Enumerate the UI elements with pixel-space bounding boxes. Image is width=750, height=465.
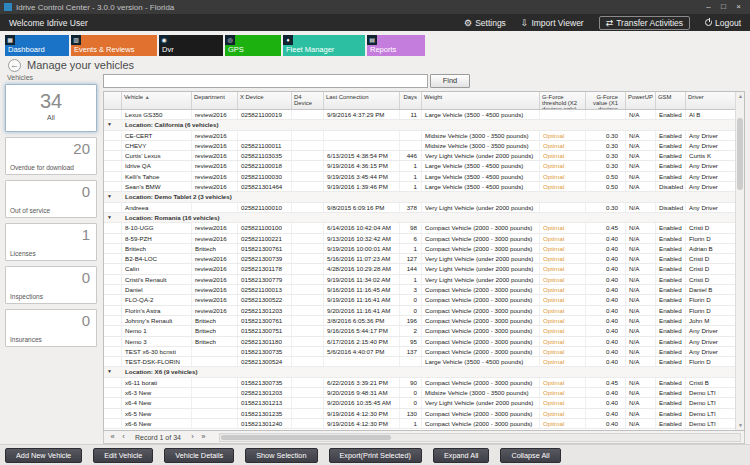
settings-button[interactable]: ⚙ Settings [464, 18, 506, 28]
grid-header-row: Vehicle ▲Department X Device D4 Device L… [104, 92, 735, 110]
cell-vehicle: Brittech [122, 244, 192, 253]
row-indicator [104, 316, 122, 325]
column-header-gforce_threshold[interactable]: G-Force threshold (X2 devices only) [540, 92, 586, 109]
table-row[interactable]: CE-CERTreview2016Midsize Vehicle (3000 -… [104, 131, 735, 141]
group-row[interactable]: ▼Location: Romania (16 vehicles) [104, 213, 735, 223]
row-indicator [104, 347, 122, 356]
column-header-x_device[interactable]: X Device [238, 92, 292, 109]
table-row[interactable]: Calinreview20160258213011784/28/2016 10:… [104, 264, 735, 274]
horizontal-scrollbar-thumb[interactable] [221, 435, 391, 440]
table-row[interactable]: x6-4 New0158213012139/20/2016 10:35:45 A… [104, 398, 735, 408]
find-button[interactable]: Find [430, 74, 470, 88]
close-button[interactable]: × [731, 0, 746, 14]
cell-last_connection: 9/20/2016 10:35:45 AM [324, 398, 400, 407]
table-row[interactable]: x6-6 New0158213012409/19/2016 4:12:30 PM… [104, 419, 735, 429]
transfer-activities-button[interactable]: ⇄ Transfer Activities [599, 16, 690, 30]
tab-dashboard[interactable]: ▦ Dashboard [5, 35, 69, 56]
add-new-vehicle-button[interactable]: Add New Vehicle [5, 448, 82, 463]
cell-gforce_value: 0.45 [586, 378, 626, 387]
collapse-group-icon[interactable]: ▼ [104, 213, 122, 222]
logout-button[interactable]: Logout [705, 18, 741, 28]
filter-card-all[interactable]: 34 All [5, 84, 97, 132]
column-header-gsm[interactable]: GSM [656, 92, 686, 109]
table-row[interactable]: Florin's Astrareview20160258213012039/20… [104, 306, 735, 316]
filter-card-inspections[interactable]: 0 Inspections [5, 266, 97, 304]
column-header-vehicle[interactable]: Vehicle ▲ [122, 92, 192, 109]
column-header-last_connection[interactable]: Last Connection [324, 92, 400, 109]
horizontal-scrollbar[interactable] [219, 433, 741, 442]
tab-events-reviews[interactable]: ▥ Events & Reviews [71, 35, 157, 56]
table-row[interactable]: Johnny's RenaultBrittech0158213007613/8/… [104, 316, 735, 326]
table-row[interactable]: Kelli's Tahoereview20160258211000309/19/… [104, 172, 735, 182]
next-record-button[interactable]: › [187, 431, 198, 443]
tab-gps[interactable]: ◎ GPS [225, 35, 281, 56]
table-row[interactable]: x6-3 New0258213012039/20/2016 9:48:31 AM… [104, 388, 735, 398]
cell-weight: Compact Vehicle (2000 - 3000 pounds) [422, 223, 540, 232]
collapse-group-icon[interactable]: ▼ [104, 192, 122, 201]
scroll-up-icon[interactable]: ▲ [736, 92, 745, 101]
minimize-button[interactable]: – [701, 0, 716, 14]
group-row[interactable]: ▼Location: X6 (9 vehicles) [104, 367, 735, 377]
table-row[interactable]: Danielreview20160258211000139/16/2016 11… [104, 285, 735, 295]
column-header-d4_device[interactable]: D4 Device [292, 92, 324, 109]
tab-fleet-manager[interactable]: ♦ Fleet Manager [283, 35, 365, 56]
table-row[interactable]: x6-11 borati0158213007356/22/2016 3:39:2… [104, 378, 735, 388]
filter-card-overdue[interactable]: 20 Overdue for download [5, 137, 97, 175]
column-header-driver[interactable]: Driver [686, 92, 735, 109]
column-header-gforce_value[interactable]: G-Force value (X1 devices only) [586, 92, 626, 109]
prev-record-button[interactable]: ‹ [118, 431, 129, 443]
filter-card-licenses[interactable]: 1 Licenses [5, 223, 97, 261]
column-header-powerup[interactable]: PowerUP [626, 92, 656, 109]
table-row[interactable]: Nemo 3Brittech0258213011806/17/2016 2:15… [104, 337, 735, 347]
filter-card-insurances[interactable]: 0 Insurances [5, 309, 97, 347]
row-indicator [104, 388, 122, 397]
main-panel: Find Vehicle ▲Department X Device D4 Dev… [103, 74, 745, 444]
maximize-button[interactable]: □ [716, 0, 731, 14]
table-row[interactable]: Cristi's Renaultreview20160158213007799/… [104, 275, 735, 285]
import-viewer-button[interactable]: ⇩ Import Viewer [521, 18, 584, 28]
column-header-weight[interactable]: Weight [422, 92, 540, 109]
tab-fleet-manager-label: Fleet Manager [286, 45, 334, 54]
vertical-scrollbar[interactable]: ▲ ▼ [735, 92, 744, 430]
scroll-down-icon[interactable]: ▼ [736, 421, 745, 430]
cell-gforce_value: 0.40 [586, 275, 626, 284]
column-header-days[interactable]: Days [400, 92, 422, 109]
table-row[interactable]: Sean's BMWreview20160258213014649/19/201… [104, 182, 735, 192]
table-row[interactable]: B2-B4-LOCreview20160258213007395/16/2016… [104, 254, 735, 264]
expand-all-button[interactable]: Expand All [433, 448, 489, 463]
table-row[interactable]: FLO-QA-2review20160258213005229/19/2016 … [104, 295, 735, 305]
table-row[interactable]: Idrive QAreview20160258211000189/19/2016… [104, 161, 735, 171]
column-header-department[interactable]: Department [192, 92, 238, 109]
table-row[interactable]: Andreea0258211000109/8/2015 6:09:16 PM37… [104, 203, 735, 213]
export-print-selected-button[interactable]: Export(Print Selected) [329, 448, 422, 463]
table-row[interactable]: TEST-DSK-FLORIN025821300524Large Vehicle… [104, 357, 735, 367]
edit-vehicle-button[interactable]: Edit Vehicle [93, 448, 153, 463]
table-row[interactable]: 8-59-PZHreview20160258211002219/13/2016 … [104, 234, 735, 244]
back-button[interactable]: ← [8, 59, 21, 72]
table-row[interactable]: x6-5 New0158213012359/19/2016 4:12:30 PM… [104, 409, 735, 419]
scrollbar-thumb[interactable] [737, 118, 743, 190]
table-row[interactable]: BrittechBrittech0158213007619/19/2016 10… [104, 244, 735, 254]
collapse-group-icon[interactable]: ▼ [104, 120, 122, 129]
table-row[interactable]: 8-10-UGGreview20160258211001006/14/2016 … [104, 223, 735, 233]
show-selection-button[interactable]: Show Selection [245, 448, 317, 463]
collapse-all-button[interactable]: Collapse All [500, 448, 560, 463]
tab-dvr[interactable]: ◉ Dvr [159, 35, 223, 56]
last-record-button[interactable]: » [198, 431, 209, 443]
first-record-button[interactable]: « [107, 431, 118, 443]
table-row[interactable]: Lexus GS350review20160258211000199/9/201… [104, 110, 735, 120]
filter-card-out-of-service[interactable]: 0 Out of service [5, 180, 97, 218]
group-row[interactable]: ▼Location: Demo Tablet 2 (3 vehicles) [104, 192, 735, 202]
cell-vehicle: x6-11 borati [122, 378, 192, 387]
collapse-group-icon[interactable]: ▼ [104, 367, 122, 376]
search-input[interactable] [103, 74, 428, 88]
table-row[interactable]: Curtis' Lexusreview20160258211030356/13/… [104, 151, 735, 161]
record-navigator: « ‹ Record 1 of 34 › » [103, 431, 745, 444]
table-row[interactable]: CHEVYreview2016025821100011Midsize Vehic… [104, 141, 735, 151]
table-row[interactable]: Nemo 1Brittech0158213007519/16/2016 5:44… [104, 326, 735, 336]
tab-reports[interactable]: ▤ Reports [367, 35, 425, 56]
group-row[interactable]: ▼Location: California (6 vehicles) [104, 120, 735, 130]
table-row[interactable]: TEST x6-30 bcnsti0158213007355/6/2016 4:… [104, 347, 735, 357]
cell-gsm: Disabled [656, 203, 686, 212]
vehicle-details-button[interactable]: Vehicle Details [164, 448, 234, 463]
